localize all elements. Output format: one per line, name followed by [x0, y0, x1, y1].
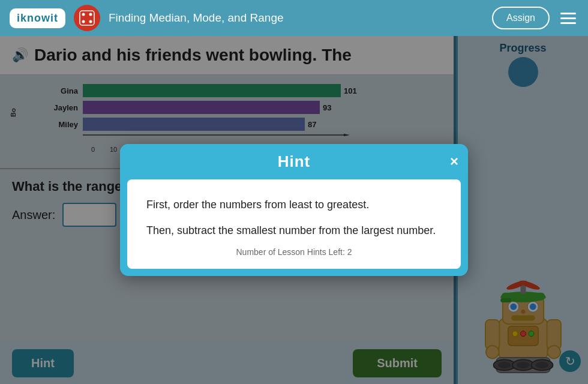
main-area: 🔊 Dario and his friends went bowling. Th…	[0, 36, 588, 384]
modal-header: Hint ×	[120, 144, 468, 179]
lesson-title: Finding Median, Mode, and Range	[109, 11, 484, 25]
modal-title: Hint	[278, 152, 311, 171]
logo: iknowit	[10, 8, 65, 28]
menu-button[interactable]	[558, 10, 578, 26]
svg-point-2	[89, 13, 92, 16]
svg-point-4	[89, 20, 92, 23]
modal-body: First, order the numbers from least to g…	[127, 179, 461, 269]
hint-line-1: First, order the numbers from least to g…	[146, 196, 442, 214]
modal-overlay: Hint × First, order the numbers from lea…	[0, 36, 588, 384]
top-bar: iknowit Finding Median, Mode, and Range …	[0, 0, 588, 36]
hamburger-line	[560, 17, 576, 19]
hamburger-line	[560, 13, 576, 14]
hints-left: Number of Lesson Hints Left: 2	[146, 247, 442, 257]
svg-point-3	[82, 20, 85, 23]
hint-line-2: Then, subtract the smallest number from …	[146, 222, 442, 239]
svg-point-1	[82, 13, 85, 16]
hamburger-line	[560, 22, 576, 24]
svg-rect-0	[80, 11, 94, 25]
hint-modal: Hint × First, order the numbers from lea…	[120, 144, 468, 277]
assign-button[interactable]: Assign	[492, 7, 550, 29]
modal-close-button[interactable]: ×	[450, 154, 458, 169]
dice-icon	[74, 5, 100, 31]
